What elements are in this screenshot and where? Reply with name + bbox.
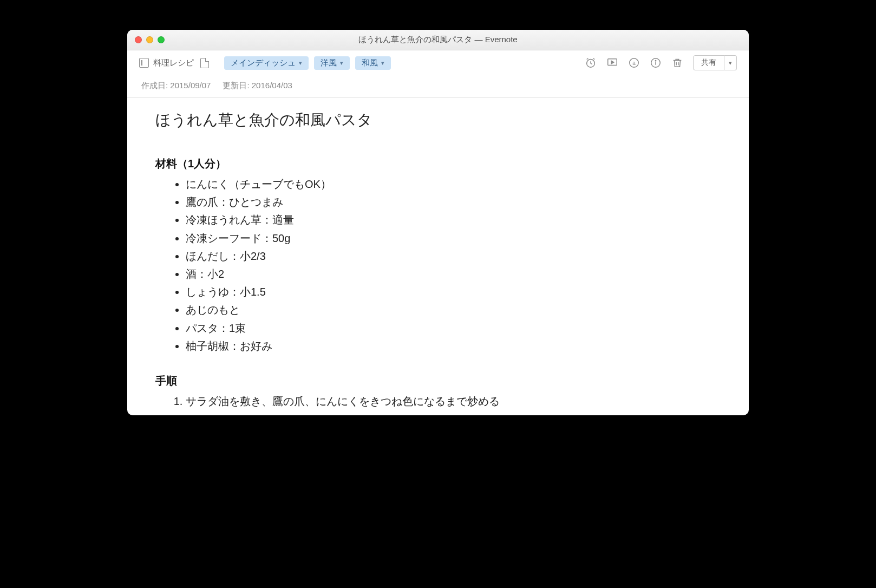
updated-field: 更新日: 2016/04/03 — [223, 81, 292, 91]
ingredients-heading: 材料（1人分） — [155, 156, 721, 171]
toolbar: 料理レシピ メインディッシュ ▾ 洋風 ▾ 和風 ▾ — [127, 50, 749, 75]
tag-label: メインディッシュ — [231, 58, 296, 68]
tag-western[interactable]: 洋風 ▾ — [314, 56, 350, 70]
annotate-icon[interactable]: a — [628, 57, 640, 69]
share-group: 共有 ▾ — [693, 55, 737, 70]
svg-point-5 — [655, 61, 656, 61]
notebook-icon — [139, 58, 149, 68]
steps-list: サラダ油を敷き、鷹の爪、にんにくをきつね色になるまで炒める — [155, 393, 721, 410]
chevron-down-icon: ▾ — [340, 60, 343, 67]
note-title: ほうれん草と魚介の和風パスタ — [155, 110, 721, 130]
tag-label: 洋風 — [321, 58, 337, 68]
fullscreen-icon[interactable] — [158, 36, 165, 43]
tag-japanese[interactable]: 和風 ▾ — [355, 56, 391, 70]
chevron-down-icon: ▾ — [381, 60, 384, 67]
close-icon[interactable] — [135, 36, 142, 43]
note-icon[interactable] — [200, 58, 209, 68]
ingredients-list: にんにく（チューブでもOK） 鷹の爪：ひとつまみ 冷凍ほうれん草：適量 冷凍シー… — [155, 175, 721, 355]
svg-text:a: a — [632, 60, 636, 66]
notebook-label[interactable]: 料理レシピ — [153, 58, 194, 68]
list-item: 酒：小2 — [186, 265, 721, 283]
toolbar-right: a 共有 ▾ — [585, 55, 737, 70]
list-item: 鷹の爪：ひとつまみ — [186, 193, 721, 211]
titlebar[interactable]: ほうれん草と魚介の和風パスタ — Evernote — [127, 30, 749, 50]
traffic-lights — [135, 36, 165, 43]
reminder-icon[interactable] — [585, 57, 597, 69]
created-label: 作成日: — [141, 81, 168, 90]
meta-row: 作成日: 2015/09/07 更新日: 2016/04/03 — [127, 75, 749, 98]
list-item: サラダ油を敷き、鷹の爪、にんにくをきつね色になるまで炒める — [186, 393, 721, 410]
minimize-icon[interactable] — [146, 36, 153, 43]
created-value: 2015/09/07 — [170, 81, 211, 90]
list-item: にんにく（チューブでもOK） — [186, 175, 721, 193]
evernote-window: ほうれん草と魚介の和風パスタ — Evernote 料理レシピ メインディッシュ… — [127, 30, 749, 415]
list-item: 冷凍ほうれん草：適量 — [186, 211, 721, 229]
tag-label: 和風 — [362, 58, 378, 68]
share-button[interactable]: 共有 — [693, 55, 724, 70]
tag-main-dish[interactable]: メインディッシュ ▾ — [224, 56, 309, 70]
info-icon[interactable] — [650, 57, 662, 69]
steps-heading: 手順 — [155, 374, 721, 388]
toolbar-left: 料理レシピ メインディッシュ ▾ 洋風 ▾ 和風 ▾ — [139, 56, 391, 70]
list-item: 柚子胡椒：お好み — [186, 337, 721, 355]
list-item: 冷凍シーフード：50g — [186, 230, 721, 247]
note-content[interactable]: ほうれん草と魚介の和風パスタ 材料（1人分） にんにく（チューブでもOK） 鷹の… — [127, 98, 749, 415]
list-item: パスタ：1束 — [186, 319, 721, 337]
created-field: 作成日: 2015/09/07 — [141, 81, 211, 91]
updated-value: 2016/04/03 — [252, 81, 292, 90]
list-item: あじのもと — [186, 301, 721, 319]
list-item: しょうゆ：小1.5 — [186, 283, 721, 301]
tags-container: メインディッシュ ▾ 洋風 ▾ 和風 ▾ — [224, 56, 391, 70]
share-dropdown[interactable]: ▾ — [724, 55, 737, 70]
trash-icon[interactable] — [671, 57, 683, 69]
updated-label: 更新日: — [223, 81, 249, 90]
present-icon[interactable] — [606, 57, 618, 69]
chevron-down-icon: ▾ — [299, 60, 302, 67]
share-label: 共有 — [701, 58, 716, 68]
window-title: ほうれん草と魚介の和風パスタ — Evernote — [127, 35, 749, 45]
list-item: ほんだし：小2/3 — [186, 247, 721, 265]
